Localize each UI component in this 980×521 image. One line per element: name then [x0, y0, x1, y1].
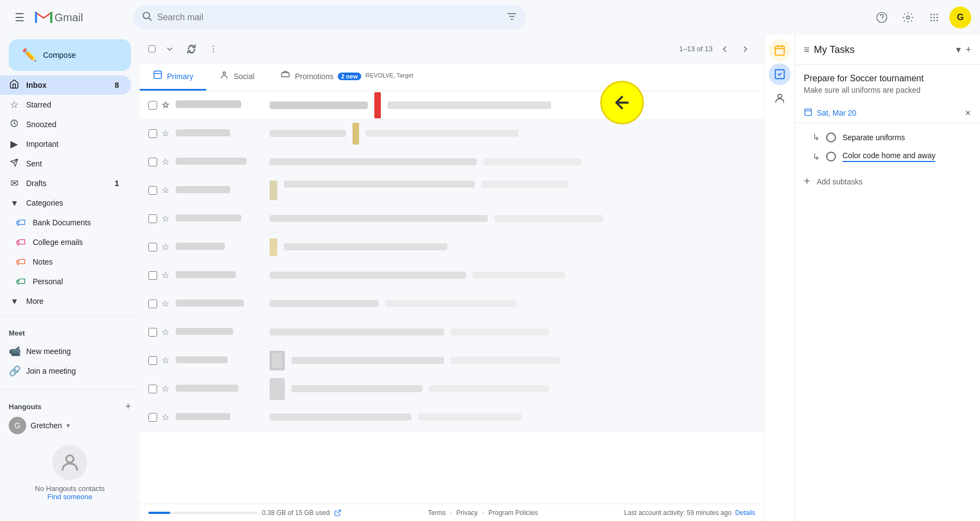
email-row[interactable]: ☆: [140, 290, 764, 318]
email-star[interactable]: ☆: [162, 298, 169, 309]
notes-icon: 🏷: [15, 256, 26, 268]
manage-storage-link[interactable]: [334, 508, 342, 517]
select-dropdown-button[interactable]: [160, 39, 180, 59]
email-star[interactable]: ☆: [162, 128, 169, 139]
email-checkbox[interactable]: [148, 300, 157, 308]
next-page-button[interactable]: [736, 39, 755, 59]
sidebar-item-categories[interactable]: ▾ Categories: [0, 193, 131, 213]
email-star[interactable]: ☆: [162, 384, 169, 394]
email-star[interactable]: ☆: [162, 270, 169, 280]
email-row[interactable]: ☆: [140, 148, 764, 176]
sidebar-item-sent[interactable]: Sent: [0, 154, 131, 173]
sidebar-item-important[interactable]: ▶ Important: [0, 134, 131, 154]
support-button[interactable]: [871, 7, 893, 28]
email-checkbox[interactable]: [148, 413, 157, 422]
email-star[interactable]: ☆: [162, 185, 169, 195]
sidebar-item-inbox[interactable]: Inbox 8: [0, 75, 131, 95]
task-detail: Prepare for Soccer tournament Make sure …: [795, 65, 980, 192]
right-icon-tasks[interactable]: [769, 63, 791, 85]
email-checkbox[interactable]: [148, 101, 157, 110]
email-checkbox[interactable]: [148, 328, 157, 337]
compose-button[interactable]: ✏️ Compose: [9, 39, 131, 71]
back-arrow-button[interactable]: [600, 81, 644, 124]
sidebar-item-bank-documents[interactable]: 🏷 Bank Documents: [0, 213, 131, 232]
hamburger-button[interactable]: ☰: [9, 7, 31, 28]
email-tabs: Primary Social Promotions 2 new REVOLVE,…: [140, 63, 764, 91]
sidebar-item-college-emails[interactable]: 🏷 College emails: [0, 232, 131, 252]
sidebar-item-starred[interactable]: ☆ Starred: [0, 95, 131, 115]
prev-page-button[interactable]: [715, 39, 734, 59]
email-row[interactable]: ☆: [140, 205, 764, 233]
email-row[interactable]: ☆: [140, 91, 764, 119]
subtask-label-2[interactable]: Color code home and away: [842, 151, 935, 162]
email-checkbox[interactable]: [148, 356, 157, 365]
svg-point-12: [936, 17, 938, 19]
new-meeting-icon: 📹: [9, 345, 20, 357]
tab-social[interactable]: Social: [206, 63, 267, 91]
email-row[interactable]: ☆: [140, 375, 764, 403]
email-row[interactable]: ☆: [140, 403, 764, 432]
email-row[interactable]: ☆: [140, 318, 764, 346]
add-subtasks-button[interactable]: + Add subtasks: [795, 171, 980, 192]
sidebar-item-new-meeting[interactable]: 📹 New meeting: [0, 342, 131, 361]
categories-label: Categories: [26, 199, 122, 207]
select-all-checkbox[interactable]: [148, 45, 156, 52]
tab-primary[interactable]: Primary: [140, 63, 206, 91]
hamburger-icon: ☰: [15, 11, 25, 24]
sidebar-item-snoozed[interactable]: Snoozed: [0, 115, 131, 134]
email-checkbox[interactable]: [148, 243, 157, 251]
tasks-dropdown-icon[interactable]: ▾: [956, 44, 961, 56]
email-checkbox[interactable]: [148, 186, 157, 195]
gmail-logo-svg: [34, 10, 53, 25]
search-input[interactable]: [157, 13, 502, 22]
email-row[interactable]: ☆: [140, 176, 764, 205]
email-row[interactable]: ☆: [140, 346, 764, 375]
sidebar-item-more[interactable]: ▾ More: [0, 291, 131, 311]
toolbar: 1–13 of 13: [140, 35, 764, 63]
email-row[interactable]: ☆: [140, 233, 764, 261]
email-row[interactable]: ☆: [140, 261, 764, 290]
search-icon: [142, 11, 153, 25]
tasks-menu-icon[interactable]: ≡: [804, 44, 810, 56]
privacy-link[interactable]: Privacy: [456, 509, 477, 517]
apps-button[interactable]: [923, 7, 945, 28]
email-star[interactable]: ☆: [162, 213, 169, 224]
email-star[interactable]: ☆: [162, 242, 169, 252]
primary-tab-label: Primary: [167, 72, 193, 81]
tasks-add-button[interactable]: +: [965, 44, 971, 56]
sidebar-item-drafts[interactable]: ✉ Drafts 1: [0, 173, 131, 193]
email-row[interactable]: ☆: [140, 119, 764, 148]
email-checkbox[interactable]: [148, 158, 157, 166]
subtask-checkbox-1[interactable]: [826, 133, 836, 142]
sidebar-item-notes[interactable]: 🏷 Notes: [0, 252, 131, 272]
sidebar-item-personal[interactable]: 🏷 Personal: [0, 272, 131, 291]
refresh-button[interactable]: [182, 39, 201, 59]
find-someone-link[interactable]: Find someone: [47, 493, 92, 501]
account-avatar[interactable]: G: [949, 7, 971, 28]
email-checkbox[interactable]: [148, 214, 157, 223]
terms-link[interactable]: Terms: [428, 509, 446, 517]
email-star[interactable]: ☆: [162, 412, 169, 422]
search-bar[interactable]: [133, 5, 526, 30]
email-checkbox[interactable]: [148, 385, 157, 393]
email-star[interactable]: ☆: [162, 100, 169, 110]
email-checkbox[interactable]: [148, 271, 157, 280]
program-policies-link[interactable]: Program Policies: [488, 509, 538, 517]
right-icon-calendar[interactable]: [769, 39, 791, 61]
hangouts-user-item[interactable]: G Gretchen ▾: [0, 415, 140, 436]
more-options-button[interactable]: [204, 39, 223, 59]
gmail-logo[interactable]: Gmail: [34, 10, 83, 25]
date-remove-button[interactable]: ✕: [965, 109, 971, 117]
search-filter-icon[interactable]: [506, 11, 517, 25]
details-link[interactable]: Details: [735, 509, 755, 517]
tab-promotions[interactable]: Promotions 2 new REVOLVE, Target: [267, 63, 426, 91]
email-checkbox[interactable]: [148, 129, 157, 138]
subtask-checkbox-2[interactable]: [826, 152, 836, 161]
email-star[interactable]: ☆: [162, 355, 169, 366]
sidebar-item-join-meeting[interactable]: 🔗 Join a meeting: [0, 361, 131, 381]
settings-button[interactable]: [897, 7, 919, 28]
email-star[interactable]: ☆: [162, 327, 169, 337]
right-icon-contacts[interactable]: [769, 87, 791, 109]
email-star[interactable]: ☆: [162, 157, 169, 167]
add-hangout-button[interactable]: +: [125, 401, 131, 412]
